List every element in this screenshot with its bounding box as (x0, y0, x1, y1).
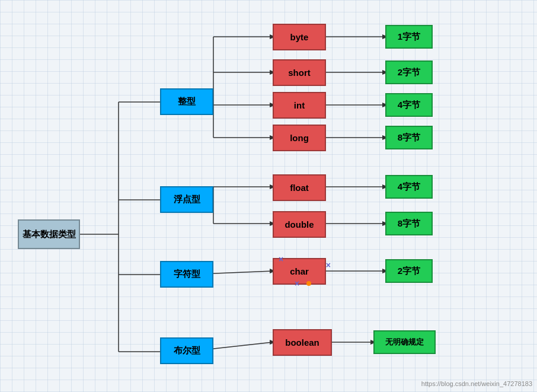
size-boolean: 无明确规定 (373, 330, 436, 354)
category-fu-label: 浮点型 (174, 194, 200, 205)
type-int: int (273, 92, 326, 119)
x-mark-3: × (295, 279, 299, 288)
category-zheng-label: 整型 (178, 96, 196, 107)
size-int: 4字节 (385, 93, 433, 117)
category-zi: 字符型 (160, 261, 213, 288)
type-int-label: int (294, 100, 305, 110)
type-boolean-label: boolean (285, 337, 319, 348)
type-long: long (273, 125, 326, 151)
size-char-label: 2字节 (398, 266, 420, 277)
size-long-label: 8字节 (398, 132, 420, 144)
type-byte: byte (273, 24, 326, 50)
type-char: char × × × (273, 258, 326, 285)
root-box: 基本数据类型 (18, 219, 80, 249)
type-double: double (273, 211, 326, 238)
diagram: 基本数据类型 整型 浮点型 字符型 布尔型 byte short int lon… (0, 0, 537, 392)
category-bu-label: 布尔型 (174, 345, 200, 356)
x-mark-1: × (279, 254, 283, 264)
category-zheng: 整型 (160, 88, 213, 115)
size-double: 8字节 (385, 212, 433, 235)
type-short: short (273, 59, 326, 86)
type-double-label: double (285, 219, 314, 230)
category-zi-label: 字符型 (174, 269, 200, 280)
root-label: 基本数据类型 (23, 229, 76, 240)
size-short: 2字节 (385, 60, 433, 84)
connector-lines (0, 0, 537, 392)
watermark: https://blog.csdn.net/weixin_47278183 (421, 380, 532, 387)
size-short-label: 2字节 (398, 67, 420, 78)
x-mark-2: × (326, 260, 331, 270)
type-long-label: long (290, 133, 309, 143)
size-int-label: 4字节 (398, 100, 420, 111)
category-fu: 浮点型 (160, 186, 213, 213)
type-boolean: boolean (273, 329, 332, 356)
type-byte-label: byte (290, 32, 309, 42)
size-byte-label: 1字节 (398, 31, 420, 43)
size-double-label: 8字节 (398, 218, 420, 230)
type-char-label: char (290, 266, 309, 276)
type-short-label: short (288, 68, 311, 78)
category-bu: 布尔型 (160, 337, 213, 364)
size-long: 8字节 (385, 126, 433, 149)
size-float: 4字节 (385, 175, 433, 199)
size-boolean-label: 无明确规定 (385, 337, 424, 348)
type-float: float (273, 174, 326, 201)
size-byte: 1字节 (385, 25, 433, 49)
dot-mark (306, 281, 311, 286)
size-char: 2字节 (385, 259, 433, 283)
type-float-label: float (290, 183, 309, 193)
size-float-label: 4字节 (398, 181, 420, 193)
